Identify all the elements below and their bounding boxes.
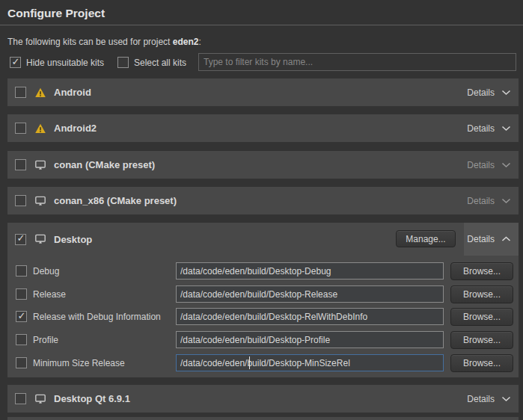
warning-icon <box>34 87 46 99</box>
details-toggle[interactable]: Details <box>467 114 519 142</box>
details-label: Details <box>467 394 495 404</box>
kit-row-android2[interactable]: Android2 Details <box>7 114 519 142</box>
chevron-down-icon <box>501 162 511 168</box>
build-dir-input-profile[interactable] <box>176 331 444 348</box>
config-checkbox[interactable] <box>16 288 27 300</box>
kits-description-prefix: The following kits can be used for proje… <box>7 37 173 47</box>
desktop-monitor-icon <box>34 195 46 207</box>
config-label: Release with Debug Information <box>33 312 161 322</box>
details-toggle[interactable]: Details <box>467 187 519 214</box>
chevron-up-icon <box>501 236 511 242</box>
config-checkbox[interactable] <box>16 334 27 345</box>
select-all-kits-checkbox[interactable]: Select all kits <box>117 57 186 68</box>
chevron-down-icon <box>501 198 511 204</box>
hide-unsuitable-kits-checkbox[interactable]: Hide unsuitable kits <box>10 57 104 68</box>
hide-unsuitable-kits-label: Hide unsuitable kits <box>26 58 104 68</box>
project-name: eden2 <box>173 37 199 47</box>
details-label: Details <box>467 196 495 206</box>
build-config-row-relwithdebinfo: Release with Debug Information Browse... <box>7 308 519 325</box>
desktop-monitor-icon <box>34 393 46 405</box>
partial-kit-row <box>7 417 519 420</box>
kit-checkbox[interactable] <box>15 234 26 245</box>
desktop-monitor-icon <box>34 233 46 245</box>
kits-description: The following kits can be used for proje… <box>7 37 201 47</box>
kit-name: Desktop <box>54 234 92 245</box>
chevron-down-icon <box>501 396 511 402</box>
details-toggle[interactable]: Details <box>467 151 519 179</box>
kit-row-android[interactable]: Android Details <box>7 78 519 106</box>
config-label: Debug <box>33 266 59 277</box>
details-toggle-expanded[interactable]: Details <box>464 223 519 256</box>
config-checkbox[interactable] <box>16 311 27 322</box>
config-label: Profile <box>33 335 58 345</box>
build-dir-input-debug[interactable] <box>176 262 444 280</box>
chevron-down-icon <box>501 126 511 132</box>
browse-button[interactable]: Browse... <box>450 285 513 303</box>
desktop-monitor-icon <box>34 159 46 171</box>
build-config-row-release: Release Browse... <box>7 285 519 303</box>
kit-row-conan[interactable]: conan (CMake preset) Details <box>7 151 519 179</box>
browse-button[interactable]: Browse... <box>450 354 513 372</box>
browse-button[interactable]: Browse... <box>450 308 513 326</box>
kit-name: conan_x86 (CMake preset) <box>54 195 177 206</box>
details-label: Details <box>467 234 495 244</box>
build-config-row-minsizerel: Minimum Size Release Browse... <box>7 354 519 371</box>
config-label: Minimum Size Release <box>33 358 125 368</box>
details-label: Details <box>467 123 495 134</box>
kit-panel-desktop: Desktop Manage... Details Debug Browse..… <box>7 223 519 377</box>
chevron-down-icon <box>501 90 511 96</box>
build-config-row-profile: Profile Browse... <box>7 331 519 348</box>
details-toggle[interactable]: Details <box>467 385 519 413</box>
kit-checkbox[interactable] <box>15 123 26 134</box>
browse-button[interactable]: Browse... <box>450 262 513 280</box>
details-label: Details <box>467 160 495 170</box>
build-dir-input-release[interactable] <box>176 285 444 303</box>
configure-project-page: Configure Project The following kits can… <box>0 0 523 420</box>
build-config-row-debug: Debug Browse... <box>7 262 519 280</box>
kit-checkbox[interactable] <box>15 87 26 98</box>
kit-checkbox[interactable] <box>15 393 26 404</box>
checkbox-icon[interactable] <box>10 57 21 68</box>
kit-row-desktop[interactable]: Desktop Manage... Details <box>7 223 519 256</box>
manage-kits-button[interactable]: Manage... <box>396 230 456 247</box>
build-dir-input-minsizerel[interactable] <box>176 354 444 371</box>
kit-name: Desktop Qt 6.9.1 <box>54 393 130 404</box>
kit-name: Android <box>54 87 91 98</box>
build-dir-input-relwithdebinfo[interactable] <box>176 308 444 325</box>
details-label: Details <box>467 87 495 98</box>
kit-row-desktop-qt[interactable]: Desktop Qt 6.9.1 Details <box>7 385 519 413</box>
warning-icon <box>34 123 46 135</box>
kit-checkbox[interactable] <box>15 159 26 170</box>
kit-checkbox[interactable] <box>15 195 26 206</box>
kit-row-conan-x86[interactable]: conan_x86 (CMake preset) Details <box>7 187 519 214</box>
text-cursor <box>249 356 250 369</box>
kits-description-suffix: : <box>198 37 201 47</box>
config-checkbox[interactable] <box>16 357 27 368</box>
title-separator <box>0 25 523 25</box>
config-label: Release <box>33 289 66 300</box>
select-all-kits-label: Select all kits <box>134 58 186 68</box>
config-checkbox[interactable] <box>16 265 27 277</box>
kit-name: conan (CMake preset) <box>54 159 155 170</box>
kit-filter-input[interactable] <box>198 53 516 71</box>
kit-name: Android2 <box>54 123 97 134</box>
browse-button[interactable]: Browse... <box>450 331 513 349</box>
page-title: Configure Project <box>7 7 105 20</box>
details-toggle[interactable]: Details <box>467 78 519 106</box>
checkbox-icon[interactable] <box>117 57 129 68</box>
